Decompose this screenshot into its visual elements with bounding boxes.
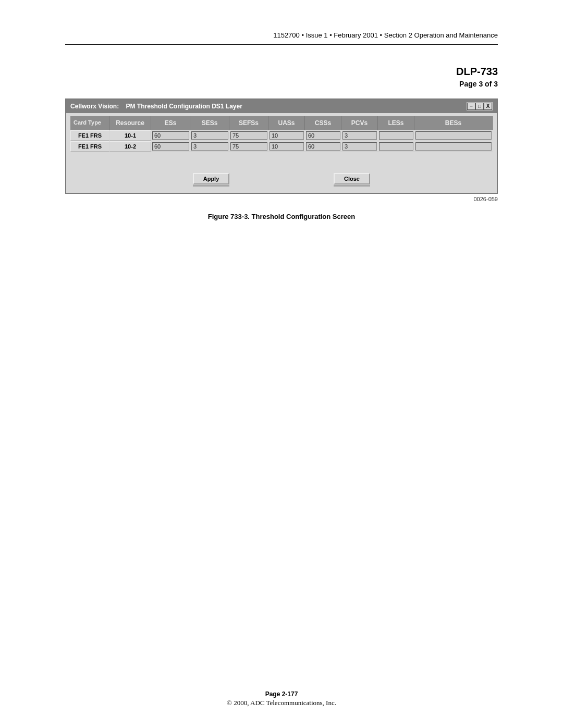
sefss-input[interactable] [230,131,267,140]
bess-input[interactable] [415,142,492,151]
col-ess: ESs [151,116,190,130]
col-csss: CSSs [305,116,341,130]
doc-section: Section 2 Operation and Maintenance [384,31,498,39]
bullet: • [380,31,383,39]
uass-input[interactable] [270,142,304,151]
resource-cell: 10-2 [109,141,151,152]
ess-input[interactable] [152,131,189,140]
less-input[interactable] [379,142,413,151]
button-shadow [193,185,229,187]
bullet: • [329,31,332,39]
close-button[interactable]: Close [334,173,370,184]
document-page: 1152700 • Issue 1 • February 2001 • Sect… [0,0,563,728]
sess-input[interactable] [191,142,228,151]
window-title: Cellworx Vision: PM Threshold Configurat… [70,103,242,110]
footer-page: Page 2-177 [0,690,563,698]
doc-date: February 2001 [334,31,378,39]
csss-input[interactable] [306,142,340,151]
bullet: • [301,31,304,39]
app-name: Cellworx Vision: [70,103,119,110]
table-header-row: Card Type Resource ESs SESs SEFSs UASs C… [70,116,493,130]
ess-input[interactable] [152,142,189,151]
window-body: Card Type Resource ESs SESs SEFSs UASs C… [66,113,497,193]
uass-input[interactable] [270,131,304,140]
window-titlebar: Cellworx Vision: PM Threshold Configurat… [66,100,497,113]
figure-caption: Figure 733-3. Threshold Configuration Sc… [65,213,498,220]
col-less: LESs [378,116,414,130]
table-row: FE1 FRS 10-1 [70,130,493,141]
col-pcvs: PCVs [341,116,378,130]
doc-issue: Issue 1 [306,31,328,39]
pcvs-input[interactable] [342,131,377,140]
sess-input[interactable] [191,131,228,140]
sefss-input[interactable] [230,142,267,151]
button-shadow [334,185,370,187]
window-controls: – □ X [467,102,493,110]
page-of-total: Page 3 of 3 [65,80,498,88]
title-block: DLP-733 Page 3 of 3 [65,66,498,88]
figure-id: 0026-059 [65,196,498,202]
page-footer: Page 2-177 © 2000, ADC Telecommunication… [0,690,563,707]
csss-input[interactable] [306,131,340,140]
card-type-cell: FE1 FRS [70,141,109,152]
col-uass: UASs [268,116,305,130]
config-window: Cellworx Vision: PM Threshold Configurat… [65,98,498,194]
dlp-code: DLP-733 [65,66,498,78]
apply-button[interactable]: Apply [193,173,229,184]
col-sefss: SEFSs [229,116,268,130]
col-card-type: Card Type [70,116,109,130]
resource-cell: 10-1 [109,130,151,141]
maximize-icon[interactable]: □ [475,103,484,110]
close-icon[interactable]: X [484,103,492,110]
card-type-cell: FE1 FRS [70,130,109,141]
pcvs-input[interactable] [342,142,377,151]
col-bess: BESs [414,116,493,130]
table-empty-area [70,152,493,170]
col-resource: Resource [109,116,151,130]
footer-copyright: © 2000, ADC Telecommunications, Inc. [0,699,563,707]
doc-number: 1152700 [273,31,300,39]
less-input[interactable] [379,131,413,140]
bess-input[interactable] [415,131,492,140]
window-subtitle: PM Threshold Configuration DS1 Layer [126,103,242,110]
minimize-icon[interactable]: – [467,103,475,110]
button-row: Apply Close [70,170,493,188]
table-row: FE1 FRS 10-2 [70,141,493,152]
col-sess: SESs [190,116,229,130]
page-header: 1152700 • Issue 1 • February 2001 • Sect… [65,31,498,45]
